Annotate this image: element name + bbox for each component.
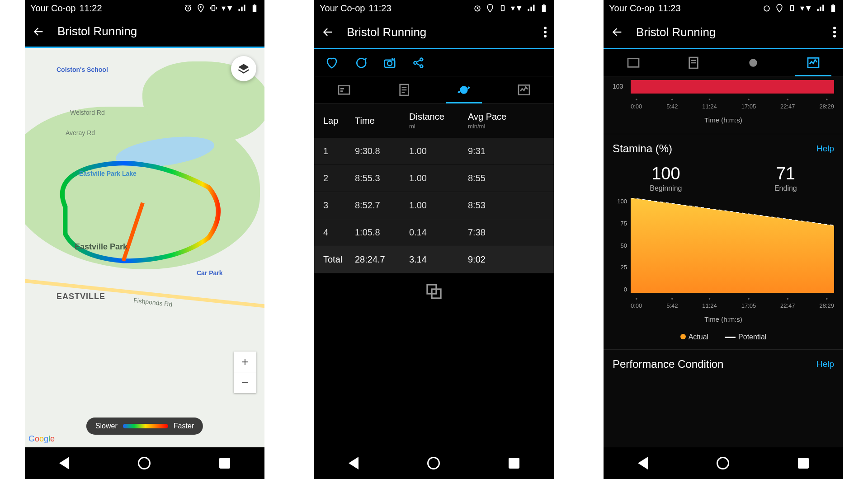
signal-icon	[527, 4, 536, 13]
nav-home-icon[interactable]	[138, 457, 151, 469]
stamina-title: Stamina (%)	[613, 142, 672, 155]
status-icons: ▾▼	[473, 3, 548, 13]
tab-charts[interactable]	[494, 76, 554, 103]
lap-row[interactable]: 28:55.31.008:55	[314, 165, 554, 192]
detail-tabs	[604, 49, 843, 76]
nav-back-icon[interactable]	[638, 457, 648, 469]
compare-icon	[425, 282, 443, 300]
android-nav-bar	[25, 447, 264, 479]
stamina-help-link[interactable]: Help	[816, 144, 834, 154]
tab-charts[interactable]	[783, 49, 844, 76]
nav-home-icon[interactable]	[427, 457, 440, 469]
lap-row[interactable]: 19:30.81.009:31	[314, 138, 554, 165]
status-bar: Your Co-op 11:23 ▾▼	[314, 0, 554, 16]
android-nav-bar	[314, 447, 554, 479]
app-bar: Bristol Running	[25, 16, 264, 48]
svg-rect-8	[543, 5, 544, 5]
lap-row[interactable]: 38:52.71.008:53	[314, 192, 554, 219]
tab-laps[interactable]	[434, 76, 494, 103]
nav-recents-icon[interactable]	[509, 458, 519, 469]
comment-icon[interactable]	[354, 56, 368, 70]
legend-actual: Actual	[680, 333, 708, 341]
map-label-carpark: Car Park	[197, 269, 223, 277]
stamina-summary: 100 Beginning 71 Ending	[604, 164, 843, 192]
alarm-icon	[473, 4, 482, 13]
tab-stats[interactable]	[664, 49, 724, 76]
stamina-area-plot	[631, 198, 834, 293]
phone-map: Your Co-op 11:22 ▾▼ Bristol Running East…	[25, 0, 264, 479]
share-icon[interactable]	[412, 56, 425, 70]
tab-stats[interactable]	[374, 76, 434, 103]
nav-back-icon[interactable]	[59, 457, 69, 469]
nav-recents-icon[interactable]	[798, 458, 809, 469]
status-icons: ▾▼	[184, 3, 259, 13]
back-icon[interactable]	[321, 26, 334, 38]
svg-point-10	[387, 61, 392, 66]
map-label-school: Colston's School	[57, 66, 108, 73]
pace-gradient	[123, 424, 168, 428]
like-icon[interactable]	[325, 56, 339, 70]
legend-potential: Potential	[725, 333, 766, 341]
hr-y-tick: 103	[613, 83, 623, 90]
hr-chart-fragment: 103 0:005:4211:2417:0522:4728:29 Time (h…	[604, 76, 843, 124]
activity-actions	[314, 49, 554, 76]
tab-laps[interactable]	[723, 49, 783, 76]
clock: 11:22	[79, 3, 102, 14]
carrier-label: Your Co-op	[320, 3, 365, 14]
perf-condition-header: Performance Condition Help	[604, 349, 843, 375]
nav-back-icon[interactable]	[349, 457, 359, 469]
nav-home-icon[interactable]	[717, 457, 729, 469]
gps-route	[25, 102, 264, 373]
clock: 11:23	[658, 3, 680, 14]
map-layers-button[interactable]	[231, 56, 256, 81]
laps-table: Lap Time Distancemi Avg Pacemin/mi 19:30…	[314, 103, 554, 447]
stamina-chart: 1007550250	[613, 198, 834, 293]
zoom-in-button[interactable]: +	[234, 352, 256, 372]
map-view[interactable]: Eastville Park Eastville Park Lake EASTV…	[25, 48, 264, 447]
camera-icon[interactable]	[383, 56, 396, 70]
page-title: Bristol Running	[57, 24, 257, 38]
clock: 11:23	[368, 3, 391, 14]
svg-rect-4	[254, 5, 255, 5]
svg-rect-3	[253, 5, 256, 12]
map-label-lake: Eastville Park Lake	[79, 170, 137, 177]
stamina-y-axis: 1007550250	[611, 198, 627, 293]
stamina-end-value: 71	[774, 164, 797, 183]
wifi-icon: ▾▼	[511, 3, 523, 13]
col-lap: Lap	[323, 116, 355, 126]
legend-fast: Faster	[174, 422, 194, 430]
signal-icon	[237, 4, 246, 13]
laps-total-row: Total 28:24.7 3.14 9:02	[314, 246, 554, 273]
svg-rect-22	[832, 5, 834, 5]
zoom-out-button[interactable]: −	[234, 372, 256, 393]
signal-icon	[816, 4, 825, 13]
svg-rect-23	[628, 58, 639, 67]
svg-rect-20	[791, 5, 794, 11]
svg-rect-21	[831, 5, 835, 12]
tab-summary[interactable]	[314, 76, 374, 103]
map-label-park: Eastville Park	[75, 242, 127, 252]
hr-bar	[631, 80, 834, 94]
laps-header-row: Lap Time Distancemi Avg Pacemin/mi	[314, 103, 554, 138]
nav-recents-icon[interactable]	[219, 458, 230, 469]
compare-laps-button[interactable]	[314, 273, 554, 310]
pace-legend: Slower Faster	[86, 418, 203, 435]
phone-charts: Your Co-op 11:23 ▾▼ Bristol Running 103 …	[604, 0, 843, 479]
stamina-legend: Actual Potential	[604, 333, 843, 341]
charts-scroll[interactable]: 103 0:005:4211:2417:0522:4728:29 Time (h…	[604, 76, 843, 447]
overflow-menu-icon[interactable]	[544, 27, 547, 38]
android-nav-bar	[604, 447, 843, 479]
svg-marker-26	[631, 198, 834, 293]
svg-rect-7	[542, 5, 546, 12]
location-icon	[486, 4, 495, 13]
tab-summary[interactable]	[604, 49, 664, 76]
map-road-label: Welsford Rd	[70, 109, 105, 116]
svg-point-19	[764, 6, 769, 11]
overflow-menu-icon[interactable]	[833, 27, 836, 38]
app-bar: Bristol Running	[604, 16, 843, 48]
perf-condition-help-link[interactable]: Help	[816, 359, 834, 369]
lap-row[interactable]: 41:05.80.147:38	[314, 219, 554, 246]
back-icon[interactable]	[32, 25, 45, 38]
back-icon[interactable]	[611, 26, 623, 38]
battery-icon	[250, 4, 259, 13]
